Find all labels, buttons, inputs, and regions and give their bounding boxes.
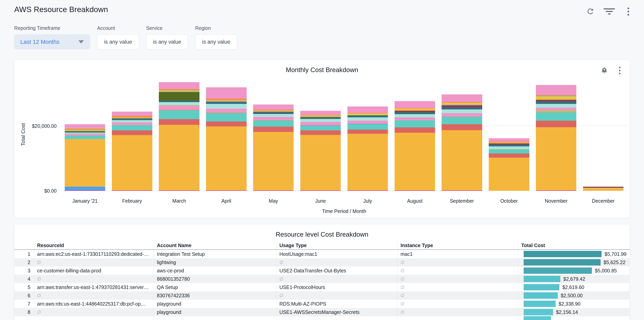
bar-segment[interactable] — [442, 107, 482, 110]
resource-id-cell[interactable]: ∅ — [34, 308, 154, 316]
bar-segment[interactable] — [489, 146, 529, 149]
dashboard-filter-icon[interactable] — [605, 7, 614, 16]
resource-id-cell[interactable]: arn:aws:ec2:us-east-1:733017110293:dedic… — [34, 250, 154, 258]
resource-id-cell[interactable]: ce-customer-billing-data-prod — [34, 266, 154, 275]
bar-segment[interactable] — [253, 190, 294, 191]
bar-segment[interactable] — [536, 101, 576, 104]
usage-type-cell[interactable]: ∅ — [276, 258, 398, 266]
bar-segment[interactable] — [300, 130, 341, 135]
refresh-icon[interactable] — [586, 7, 595, 16]
instance-type-cell[interactable]: ∅ — [398, 258, 518, 266]
usage-type-cell[interactable]: USE2-DataTransfer-Out-Bytes — [276, 266, 398, 275]
account-name-cell[interactable]: aws-ce-prod — [154, 266, 276, 275]
bar-segment[interactable] — [112, 125, 152, 130]
stacked-bar[interactable] — [489, 138, 529, 191]
bar-segment[interactable] — [536, 112, 576, 121]
bar-segment[interactable] — [583, 188, 624, 191]
bar-segment[interactable] — [394, 120, 435, 127]
bar-segment[interactable] — [65, 128, 105, 130]
bar-segment[interactable] — [442, 106, 482, 107]
bar-segment[interactable] — [159, 119, 199, 125]
usage-type-cell[interactable]: ∅ — [276, 291, 398, 300]
stacked-bar[interactable] — [112, 112, 152, 191]
bar-segment[interactable] — [300, 119, 341, 122]
bar-segment[interactable] — [489, 153, 529, 158]
bar-segment[interactable] — [65, 124, 105, 128]
bar-segment[interactable] — [159, 100, 199, 102]
usage-type-cell[interactable]: USE1-AWSSecretsManager-Secrets — [276, 308, 398, 316]
stacked-bar[interactable] — [159, 82, 199, 191]
bar-segment[interactable] — [489, 150, 529, 153]
usage-type-cell[interactable]: HostUsage:mac1 — [276, 250, 398, 258]
bar-segment[interactable] — [489, 145, 529, 146]
instance-type-cell[interactable]: ∅ — [398, 275, 518, 283]
stacked-bar[interactable] — [65, 124, 105, 191]
bar-segment[interactable] — [394, 114, 435, 117]
timeframe-dropdown[interactable]: Last 12 Months — [14, 34, 90, 49]
bar-segment[interactable] — [159, 92, 199, 101]
bar-segment[interactable] — [394, 101, 435, 108]
bar-segment[interactable] — [112, 122, 152, 125]
instance-type-cell[interactable]: ∅ — [398, 266, 518, 275]
bar-segment[interactable] — [348, 117, 388, 121]
resource-id-cell[interactable]: ∅ — [34, 275, 154, 283]
bar-segment[interactable] — [300, 190, 341, 191]
bar-segment[interactable] — [394, 108, 435, 111]
bar-segment[interactable] — [206, 104, 246, 109]
bar-segment[interactable] — [536, 127, 576, 190]
bar-segment[interactable] — [253, 114, 294, 117]
bar-segment[interactable] — [536, 111, 576, 112]
instance-type-cell[interactable]: ∅ — [398, 291, 518, 300]
bar-segment[interactable] — [206, 126, 246, 190]
bar-segment[interactable] — [442, 103, 482, 105]
bar-segment[interactable] — [348, 107, 388, 113]
bar-segment[interactable] — [253, 117, 294, 120]
bar-segment[interactable] — [206, 102, 246, 104]
column-header[interactable]: Total Cost — [518, 242, 630, 249]
bar-segment[interactable] — [112, 116, 152, 117]
bar-segment[interactable] — [348, 115, 388, 117]
bar-segment[interactable] — [442, 117, 482, 124]
stacked-bar[interactable] — [442, 94, 482, 191]
bar-segment[interactable] — [159, 106, 199, 110]
stacked-bar[interactable] — [253, 105, 294, 191]
account-name-cell[interactable]: Integration Test Setup — [154, 250, 276, 258]
bar-segment[interactable] — [536, 190, 576, 191]
stacked-bar[interactable] — [394, 101, 435, 191]
bar-segment[interactable] — [394, 133, 435, 190]
bar-segment[interactable] — [206, 109, 246, 113]
usage-type-cell[interactable]: ∅ — [276, 275, 398, 283]
stacked-bar[interactable] — [206, 87, 246, 191]
bar-segment[interactable] — [206, 87, 246, 99]
bar-segment[interactable] — [394, 112, 435, 114]
bar-segment[interactable] — [112, 190, 152, 191]
bar-segment[interactable] — [442, 94, 482, 102]
column-header[interactable]: ResourceId — [34, 242, 154, 249]
bar-segment[interactable] — [159, 82, 199, 89]
bar-segment[interactable] — [394, 111, 435, 112]
account-name-cell[interactable]: 830767422336 — [154, 291, 276, 300]
bar-segment[interactable] — [489, 158, 529, 191]
usage-type-cell[interactable]: RDS:Multi-AZ-PIOPS — [276, 300, 398, 308]
bar-segment[interactable] — [159, 102, 199, 105]
bar-segment[interactable] — [159, 110, 199, 119]
bar-segment[interactable] — [442, 113, 482, 116]
bar-segment[interactable] — [300, 115, 341, 117]
instance-type-cell[interactable]: ∅ — [398, 283, 518, 291]
total-cost-cell[interactable]: $2,679.42 — [518, 275, 630, 283]
bar-segment[interactable] — [253, 132, 294, 190]
bar-segment[interactable] — [394, 190, 435, 191]
bar-segment[interactable] — [442, 130, 482, 190]
total-cost-cell[interactable]: $5,000.85 — [518, 266, 630, 275]
stacked-bar[interactable] — [300, 111, 341, 191]
bar-segment[interactable] — [394, 117, 435, 121]
bar-segment[interactable] — [65, 136, 105, 139]
service-filter-button[interactable]: is any value — [146, 34, 188, 49]
usage-type-cell[interactable]: USE1-ProtocolHours — [276, 283, 398, 291]
bar-segment[interactable] — [159, 125, 199, 190]
account-name-cell[interactable]: playground — [154, 308, 276, 316]
bar-segment[interactable] — [112, 118, 152, 120]
bar-segment[interactable] — [300, 111, 341, 115]
stacked-bar[interactable] — [583, 186, 624, 191]
bar-segment[interactable] — [348, 190, 388, 191]
